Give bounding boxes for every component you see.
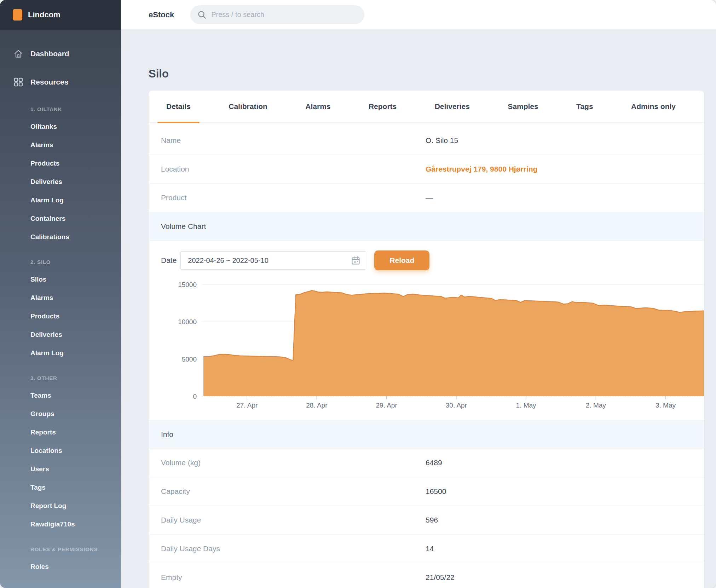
sidebar-section-title: 2. SILO	[0, 254, 121, 270]
sidebar-item-silos[interactable]: Silos	[0, 270, 121, 289]
sidebar-section-title: ROLES & PERMISSIONS	[0, 541, 121, 558]
lindcom-logo-icon	[13, 9, 22, 21]
sidebar: DashboardResources1. OILTANKOiltanksAlar…	[0, 30, 121, 588]
field-row-daily-usage-days: Daily Usage Days14	[149, 535, 704, 563]
chart-tick-label: 10000	[178, 318, 197, 325]
sidebar-item-products[interactable]: Products	[0, 307, 121, 325]
chart-tick-label: 5000	[182, 356, 197, 363]
sidebar-item-locations[interactable]: Locations	[0, 442, 121, 460]
sidebar-item-roles[interactable]: Roles	[0, 558, 121, 576]
field-label: Volume (kg)	[161, 459, 426, 467]
volume-chart-block: Date 2022-04-26 ~ 2022-05-10	[149, 241, 704, 420]
brand-name: Lindcom	[28, 10, 60, 19]
calendar-icon[interactable]	[351, 256, 360, 265]
date-range-input[interactable]: 2022-04-26 ~ 2022-05-10	[180, 251, 366, 270]
search-icon	[197, 10, 207, 19]
sidebar-item-alarms[interactable]: Alarms	[0, 136, 121, 154]
main-panel: Silo DetailsCalibrationAlarmsReportsDeli…	[121, 30, 716, 588]
tab-details[interactable]: Details	[157, 91, 200, 122]
date-range-value: 2022-04-26 ~ 2022-05-10	[188, 256, 268, 265]
field-row-product: Product—	[149, 184, 704, 212]
header-main: eStock Press / to search	[121, 0, 716, 30]
search-box[interactable]: Press / to search	[190, 5, 364, 24]
sidebar-section: 1. OILTANKOiltanksAlarmsProductsDeliveri…	[0, 101, 121, 246]
chart-tick-label: 29. Apr	[376, 402, 398, 409]
tab-reports[interactable]: Reports	[360, 91, 405, 122]
field-value-link[interactable]: Gårestrupvej 179, 9800 Hjørring	[426, 165, 537, 173]
field-row-daily-usage: Daily Usage596	[149, 506, 704, 535]
field-label: Empty	[161, 573, 426, 582]
tab-admins-only[interactable]: Admins only	[622, 91, 685, 122]
top-bar: Lindcom eStock Press / to search	[0, 0, 716, 30]
sidebar-item-tags[interactable]: Tags	[0, 478, 121, 497]
sidebar-section-title: 1. OILTANK	[0, 101, 121, 117]
brand[interactable]: Lindcom	[0, 0, 121, 30]
field-label: Name	[161, 136, 426, 145]
info-section-title: Info	[161, 430, 173, 439]
sidebar-item-users[interactable]: Users	[0, 460, 121, 478]
chart-tick-label: 2. May	[586, 402, 606, 409]
field-value: O. Silo 15	[426, 136, 458, 145]
sidebar-item-alarms[interactable]: Alarms	[0, 289, 121, 307]
volume-chart-section-title: Volume Chart	[161, 222, 206, 231]
info-section-header: Info	[149, 420, 704, 449]
app-name: eStock	[149, 10, 174, 19]
chart-tick-label: 28. Apr	[306, 402, 328, 409]
sidebar-item-products[interactable]: Products	[0, 154, 121, 173]
tab-samples[interactable]: Samples	[499, 91, 547, 122]
sidebar-item-oiltanks[interactable]: Oiltanks	[0, 117, 121, 136]
tab-alarms[interactable]: Alarms	[296, 91, 339, 122]
date-label: Date	[161, 256, 177, 265]
field-row-volume-kg-: Volume (kg)6489	[149, 449, 704, 477]
search-placeholder: Press / to search	[211, 11, 264, 19]
tab-calibration[interactable]: Calibration	[220, 91, 276, 122]
volume-chart-section-header: Volume Chart	[149, 212, 704, 241]
tab-bar: DetailsCalibrationAlarmsReportsDeliverie…	[149, 91, 704, 123]
field-value: 6489	[426, 459, 442, 467]
content-area: DashboardResources1. OILTANKOiltanksAlar…	[0, 30, 716, 588]
field-value: 14	[426, 544, 434, 553]
reload-button[interactable]: Reload	[374, 250, 429, 270]
app-window: Lindcom eStock Press / to search Dashboa…	[0, 0, 716, 588]
sidebar-item-report-log[interactable]: Report Log	[0, 497, 121, 515]
field-value: 21/05/22	[426, 573, 455, 582]
grid-icon	[13, 77, 23, 87]
sidebar-item-resources[interactable]: Resources	[0, 71, 121, 93]
field-row-capacity: Capacity16500	[149, 477, 704, 506]
field-label: Product	[161, 194, 426, 202]
chart-tick-label: 15000	[178, 281, 197, 288]
sidebar-section: ROLES & PERMISSIONSRoles	[0, 541, 121, 576]
field-label: Daily Usage	[161, 516, 426, 524]
tab-deliveries[interactable]: Deliveries	[426, 91, 479, 122]
field-label: Daily Usage Days	[161, 544, 426, 553]
home-icon	[13, 49, 23, 59]
sidebar-item-containers[interactable]: Containers	[0, 209, 121, 228]
field-row-empty: Empty21/05/22	[149, 563, 704, 588]
field-value: 596	[426, 516, 438, 524]
field-value: 16500	[426, 487, 446, 496]
detail-rows: NameO. Silo 15LocationGårestrupvej 179, …	[149, 123, 704, 212]
date-row: Date 2022-04-26 ~ 2022-05-10	[149, 241, 704, 270]
field-row-name: NameO. Silo 15	[149, 126, 704, 155]
volume-chart-svg: 05000100001500027. Apr28. Apr29. Apr30. …	[149, 279, 704, 410]
sidebar-item-alarm-log[interactable]: Alarm Log	[0, 191, 121, 209]
volume-area-chart[interactable]: 05000100001500027. Apr28. Apr29. Apr30. …	[149, 279, 704, 410]
sidebar-item-alarm-log[interactable]: Alarm Log	[0, 344, 121, 362]
sidebar-item-groups[interactable]: Groups	[0, 405, 121, 423]
sidebar-item-dashboard[interactable]: Dashboard	[0, 42, 121, 65]
chart-tick-label: 0	[193, 393, 197, 400]
chart-tick-label: 3. May	[656, 402, 676, 409]
sidebar-item-teams[interactable]: Teams	[0, 386, 121, 405]
sidebar-item-calibrations[interactable]: Calibrations	[0, 228, 121, 246]
sidebar-item-deliveries[interactable]: Deliveries	[0, 325, 121, 344]
silo-detail-card: DetailsCalibrationAlarmsReportsDeliverie…	[149, 91, 704, 588]
sidebar-item-reports[interactable]: Reports	[0, 423, 121, 442]
sidebar-section: 2. SILOSilosAlarmsProductsDeliveriesAlar…	[0, 254, 121, 362]
tab-tags[interactable]: Tags	[567, 91, 602, 122]
sidebar-item-deliveries[interactable]: Deliveries	[0, 173, 121, 191]
info-rows: Volume (kg)6489Capacity16500Daily Usage5…	[149, 449, 704, 588]
page-title: Silo	[149, 67, 704, 81]
field-value: —	[426, 194, 433, 202]
sidebar-item-rawdigia710s[interactable]: Rawdigia710s	[0, 515, 121, 534]
field-label: Location	[161, 165, 426, 173]
